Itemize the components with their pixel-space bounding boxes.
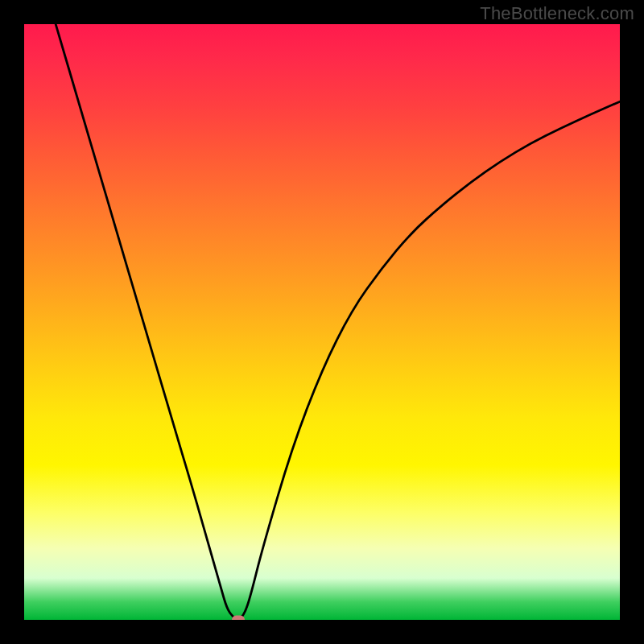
- chart-frame: TheBottleneck.com: [0, 0, 644, 644]
- watermark-text: TheBottleneck.com: [480, 3, 634, 24]
- bottleneck-curve: [24, 24, 620, 620]
- plot-area: [24, 24, 620, 620]
- minimum-marker: [232, 616, 245, 621]
